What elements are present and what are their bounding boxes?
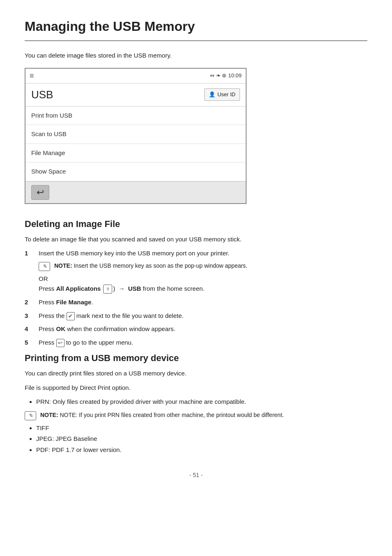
steps-list: 1 Insert the USB memory key into the USB… (25, 249, 367, 347)
usb-title-row: USB 👤 User ID (25, 83, 246, 107)
step-3: 3 Press the ✔ mark next to the file you … (25, 311, 367, 321)
note-box-2: ✎ NOTE: NOTE: If you print PRN files cre… (25, 411, 367, 420)
step-5-content: Press ↩ to go to the upper menu. (39, 338, 367, 348)
bullet-list-1: PRN: Only files created by provided driv… (25, 397, 367, 407)
screen-footer: ↩ (25, 181, 246, 203)
or-line: OR (39, 274, 367, 284)
usb-label: USB (31, 87, 53, 103)
section2-desc1: You can directly print files stored on a… (25, 369, 367, 378)
step-1-text: Insert the USB memory key into the USB m… (39, 250, 229, 257)
user-id-button[interactable]: 👤 User ID (204, 88, 240, 101)
menu-item-show-space[interactable]: Show Space (25, 162, 246, 181)
menu-item-file-manage[interactable]: File Manage (25, 144, 246, 163)
step-2-content: Press File Manage. (39, 298, 367, 307)
arrow-icon: → (118, 285, 125, 292)
step-2: 2 Press File Manage. (25, 298, 367, 307)
bullet-jpeg: JPEG: JPEG Baseline (36, 434, 367, 444)
page-number: - 51 - (25, 471, 367, 480)
step-4: 4 Press OK when the confirmation window … (25, 324, 367, 334)
intro-text: You can delete image files stored in the… (25, 51, 367, 60)
menu-item-scan-to-usb[interactable]: Scan to USB (25, 125, 246, 144)
section1-title: Deleting an Image File (25, 217, 367, 231)
back-icon: ↩ (56, 339, 65, 347)
step-3-content: Press the ✔ mark next to the file you wa… (39, 311, 367, 321)
user-id-label: User ID (217, 90, 235, 99)
bullet-pdf: PDF: PDF 1.7 or lower version. (36, 445, 367, 455)
step-1-content: Insert the USB memory key into the USB m… (39, 249, 367, 294)
clock: 10:09 (228, 72, 242, 80)
note-text-2: NOTE: NOTE: If you print PRN files creat… (40, 411, 284, 419)
user-icon: 👤 (209, 90, 215, 99)
page-title: Managing the USB Memory (25, 16, 367, 41)
step-num-3: 3 (25, 311, 32, 321)
note-box-1: ✎ NOTE: Insert the USB memory key as soo… (39, 262, 367, 271)
section2-title: Printing from a USB memory device (25, 351, 367, 365)
note-icon-1: ✎ (39, 262, 50, 271)
status-bar: ⇔ ❧ ⊛ 10:09 (210, 72, 242, 80)
step-num-1: 1 (25, 249, 32, 294)
apps-grid-icon: ⠿ (103, 285, 112, 294)
hamburger-icon: ≡ (30, 70, 34, 81)
note-icon-2: ✎ (25, 411, 36, 420)
step-1-or-content: Press All Applicatons ⠿) → USB from the … (39, 284, 367, 294)
step-num-4: 4 (25, 324, 32, 334)
checkmark-icon: ✔ (67, 312, 75, 320)
section2-desc2: File is supported by Direct Print option… (25, 383, 367, 393)
bullet-list-2: TIFF JPEG: JPEG Baseline PDF: PDF 1.7 or… (25, 424, 367, 455)
section1-desc: To delete an image file that you scanned… (25, 235, 367, 244)
step-4-content: Press OK when the confirmation window ap… (39, 324, 367, 334)
step-5: 5 Press ↩ to go to the upper menu. (25, 338, 367, 348)
note-text-1: NOTE: Insert the USB memory key as soon … (54, 262, 247, 270)
step-1: 1 Insert the USB memory key into the USB… (25, 249, 367, 294)
bullet-item-prn: PRN: Only files created by provided driv… (36, 397, 367, 407)
back-button[interactable]: ↩ (31, 185, 49, 200)
step-num-5: 5 (25, 338, 32, 348)
menu-item-print-from-usb[interactable]: Print from USB (25, 107, 246, 125)
bullet-tiff: TIFF (36, 424, 367, 433)
device-screen: ≡ ⇔ ❧ ⊛ 10:09 USB 👤 User ID Print from U… (25, 68, 247, 204)
connectivity-icons: ⇔ ❧ ⊛ (210, 72, 226, 80)
screen-header: ≡ ⇔ ❧ ⊛ 10:09 (25, 69, 246, 83)
step-num-2: 2 (25, 298, 32, 307)
